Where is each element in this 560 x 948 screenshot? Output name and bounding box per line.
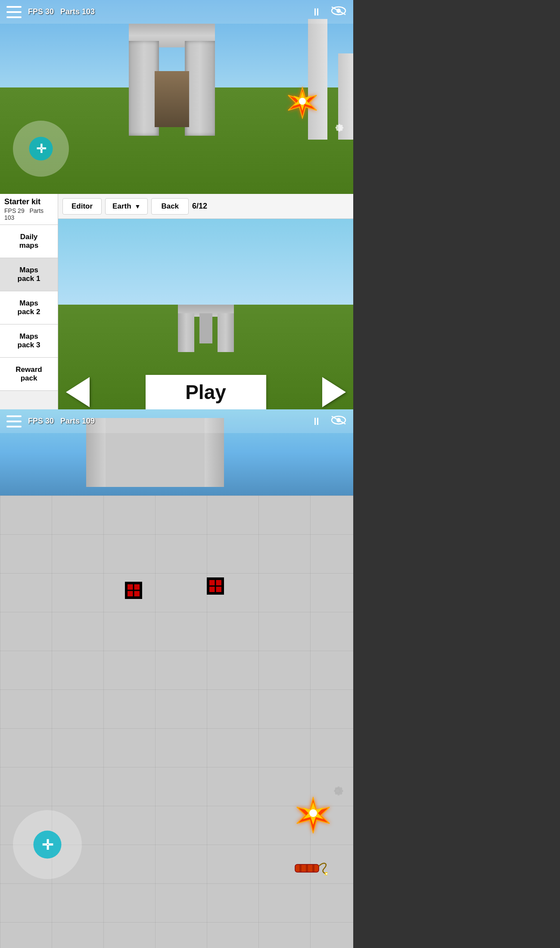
- svg-point-17: [326, 873, 327, 875]
- play-label: Play: [185, 380, 226, 404]
- menu-nav-bar: Editor Earth ▼ Back 6/12: [58, 194, 353, 219]
- map-selection-menu: Starter kit FPS 29 Parts 103 Dailymaps M…: [0, 194, 353, 409]
- page-counter: 6/12: [192, 202, 207, 211]
- earth-dropdown[interactable]: Earth ▼: [105, 198, 148, 215]
- bottom-fps-label: FPS 30: [28, 417, 54, 425]
- arch-opening: [155, 71, 189, 127]
- preview-pillar-center: [199, 313, 212, 343]
- sidebar-item-maps-pack-2[interactable]: Mapspack 2: [0, 291, 58, 324]
- sidebar-header: Starter kit FPS 29 Parts 103: [0, 194, 58, 225]
- bottom-eye-icon[interactable]: [330, 415, 347, 428]
- chevron-down-icon: ▼: [135, 203, 141, 210]
- sidebar-item-maps-pack-3[interactable]: Mapspack 3: [0, 324, 58, 358]
- joystick-outer[interactable]: ✛: [13, 121, 69, 177]
- bottom-joystick-outer[interactable]: ✛: [13, 810, 82, 879]
- editor-button[interactable]: Editor: [62, 198, 102, 215]
- menu-fps: FPS 29: [4, 207, 25, 214]
- bottom-fps-display: FPS 30 Parts 109: [28, 417, 95, 426]
- joystick-thumb[interactable]: ✛: [29, 137, 53, 161]
- concrete-arch: [124, 24, 219, 136]
- eye-icon[interactable]: [330, 6, 347, 19]
- concrete-tile-pattern: [0, 496, 353, 948]
- svg-rect-14: [306, 864, 308, 872]
- parts-label: Parts 103: [60, 7, 95, 16]
- top-game-view: FPS 30 Parts 103 ⏸ ✛: [0, 0, 353, 194]
- left-arrow-icon: [66, 377, 90, 407]
- pillar-right: [185, 41, 215, 136]
- svg-rect-13: [299, 864, 302, 872]
- fps-label: FPS 30: [28, 7, 54, 16]
- back-button[interactable]: Back: [151, 198, 189, 215]
- bottom-hamburger-icon[interactable]: [6, 415, 22, 427]
- earth-label: Earth: [112, 202, 131, 211]
- sidebar: Starter kit FPS 29 Parts 103 Dailymaps M…: [0, 194, 58, 409]
- bottom-gear-icon[interactable]: [330, 783, 345, 801]
- menu-fps-label: FPS 29 Parts 103: [4, 207, 53, 221]
- settings-gear-icon[interactable]: [332, 121, 345, 138]
- game-preview: Play: [58, 219, 353, 409]
- bottom-joystick-thumb[interactable]: ✛: [34, 831, 62, 859]
- concrete-wall: [0, 496, 353, 948]
- bottom-crosshair-icon: ✛: [42, 836, 53, 853]
- explosive-box-2: [207, 577, 224, 595]
- preview-sky: [58, 219, 353, 314]
- sidebar-item-daily-maps[interactable]: Dailymaps: [0, 225, 58, 258]
- sidebar-item-maps-pack-1[interactable]: Mapspack 1: [0, 258, 58, 291]
- fps-parts-display: FPS 30 Parts 103: [28, 7, 95, 16]
- right-arrow-icon: [322, 377, 346, 407]
- bottom-pause-icon[interactable]: ⏸: [311, 415, 322, 427]
- bottom-hud-bar: FPS 30 Parts 109 ⏸: [0, 409, 353, 433]
- svg-point-11: [309, 809, 317, 817]
- bottom-game-view: FPS 30 Parts 109 ⏸: [0, 409, 353, 948]
- bottom-parts-label: Parts 109: [60, 417, 95, 425]
- explosive-box-1: [125, 582, 142, 599]
- next-map-button[interactable]: [319, 375, 349, 409]
- content-area: Editor Earth ▼ Back 6/12: [58, 194, 353, 409]
- preview-pillar-right: [218, 313, 234, 352]
- main-structure: [124, 24, 219, 136]
- play-button[interactable]: Play: [146, 375, 266, 409]
- preview-structure: [178, 305, 234, 352]
- preview-pillar-left: [178, 313, 194, 352]
- starter-kit-label: Starter kit: [4, 197, 53, 206]
- bottom-explosion-effect: [295, 797, 332, 840]
- explosion-effect: [286, 87, 319, 125]
- svg-point-5: [299, 98, 306, 105]
- prev-map-button[interactable]: [62, 375, 93, 409]
- dynamite-item: [293, 860, 327, 879]
- pause-icon[interactable]: ⏸: [311, 6, 322, 18]
- hamburger-menu-icon[interactable]: [6, 6, 22, 18]
- svg-rect-15: [312, 864, 314, 872]
- top-hud-bar: FPS 30 Parts 103 ⏸: [0, 0, 353, 24]
- crosshair-icon: ✛: [36, 142, 46, 156]
- sidebar-item-reward-pack[interactable]: Rewardpack: [0, 358, 58, 391]
